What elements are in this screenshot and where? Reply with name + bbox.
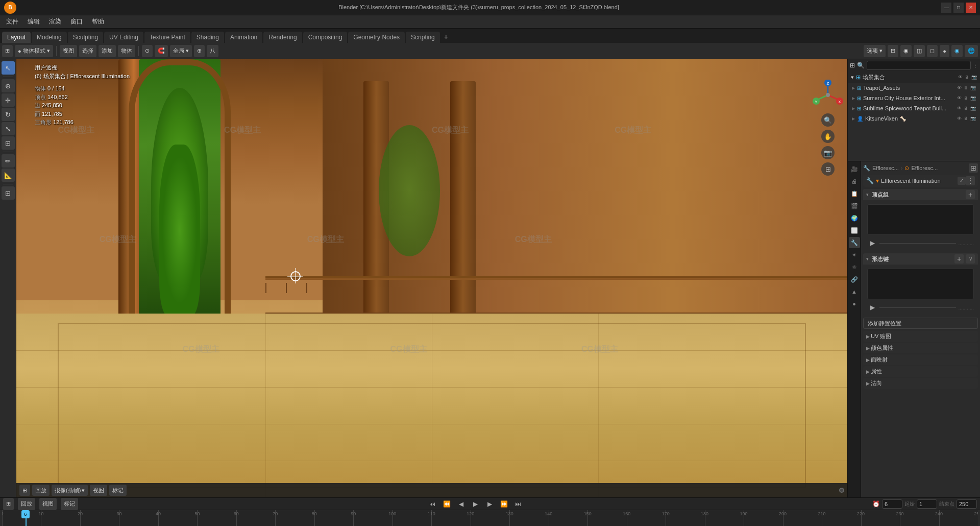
solid-mode-button[interactable]: ● [940,45,949,57]
prop-output-button[interactable]: 🖨 [849,176,860,187]
wireframe-mode-button[interactable]: ◻ [927,45,938,57]
item0-monitor[interactable]: 🖥 [964,85,968,90]
object-menu-button[interactable]: 物体 [118,45,135,57]
vertex-group-header[interactable]: ▾ 顶点组 + [863,189,978,200]
prop-particles-button[interactable]: ✴ [849,249,860,260]
view-menu-button[interactable]: 视图 [60,45,77,57]
camera-gizmo-button[interactable]: 📷 [821,146,835,159]
tab-geometry-nodes[interactable]: Geometry Nodes [348,32,405,43]
maximize-button[interactable]: □ [953,3,964,13]
item2-eye[interactable]: 👁 [957,106,962,111]
prop-data-button[interactable]: ▲ [849,286,860,297]
item0-eye[interactable]: 👁 [957,85,962,90]
menu-window[interactable]: 窗口 [66,16,87,27]
minimize-button[interactable]: — [941,3,951,13]
add-menu-button[interactable]: 添加 [99,45,116,57]
normals-section-header[interactable]: ▶ 法向 [863,378,978,389]
prop-view-layer-button[interactable]: 📋 [849,188,860,199]
object-mode-button[interactable]: ● 物体模式 ▾ [15,45,53,57]
timeline-markers-button[interactable]: 标记 [61,498,78,510]
prop-material-button[interactable]: ● [849,298,860,309]
face-maps-section-header[interactable]: ▶ 面映射 [863,354,978,365]
cursor-tool-button[interactable]: ⊕ [2,79,15,92]
prop-settings-button[interactable]: ⊞ [969,163,978,173]
tab-rendering[interactable]: Rendering [263,32,302,43]
attributes-section-header[interactable]: ▶ 属性 [863,366,978,377]
prev-keyframe-button[interactable]: ◀ [456,499,466,509]
timeline-ruler[interactable]: 0102030405060708090100110120130140150160… [0,510,980,526]
vp-footer-capture[interactable]: 报像(插帧) ▾ [52,485,88,496]
add-cube-button[interactable]: ⊞ [2,186,15,200]
collection-eye-icon[interactable]: 👁 [958,75,963,80]
scene-options-button[interactable]: 选项 ▾ [864,45,886,57]
tab-uv-editing[interactable]: UV Editing [104,32,143,43]
xray-button[interactable]: ◫ [914,45,925,57]
modifier-name-input[interactable] [881,178,955,184]
end-frame-input[interactable]: 250 [957,499,977,509]
prop-render-button[interactable]: 🎥 [849,163,860,175]
uv-maps-section-header[interactable]: ▶ UV 贴图 [863,331,978,342]
snap-button[interactable]: 🧲 [155,45,168,57]
zoom-gizmo-button[interactable]: 🔍 [821,113,835,127]
tab-modeling[interactable]: Modeling [32,32,67,43]
material-mode-button[interactable]: ◉ [951,45,963,57]
prop-physics-button[interactable]: ⚛ [849,261,860,273]
outliner-item-0[interactable]: ▶ ⊞ Teapot_Assets 👁 🖥 📷 [848,83,980,93]
select-menu-button[interactable]: 选择 [79,45,96,57]
shape-keys-header[interactable]: ▾ 形态键 + ∨ [863,253,978,265]
vp-footer-mark[interactable]: 标记 [109,485,127,496]
next-frame-button[interactable]: ⏩ [499,499,509,509]
global-transform-button[interactable]: 全局 ▾ [170,45,192,57]
add-rest-position-button[interactable]: 添加静置位置 [863,318,978,329]
rotate-tool-button[interactable]: ↻ [2,108,15,121]
move-tool-button[interactable]: ✛ [2,93,15,107]
item2-monitor[interactable]: 🖥 [964,106,968,111]
close-button[interactable]: ✕ [966,3,976,13]
outliner-item-2[interactable]: ▶ ⊞ Sublime Spicewood Teapot Buil... 👁 🖥… [848,103,980,113]
tab-animation[interactable]: Animation [225,32,262,43]
item3-monitor[interactable]: 🖥 [964,116,968,121]
prev-frame-button[interactable]: ⏪ [442,499,452,509]
grid-gizmo-button[interactable]: ⊞ [821,162,835,176]
play-button[interactable]: ▶ [470,499,480,509]
item1-monitor[interactable]: 🖥 [964,95,968,101]
tab-texture-paint[interactable]: Texture Paint [144,32,190,43]
item3-render[interactable]: 📷 [970,116,976,121]
modifier-settings-button[interactable]: ⋮ [966,176,975,185]
proportional-edit-button[interactable]: ⊙ [142,45,153,57]
prop-modifier-button[interactable]: 🔧 [849,237,860,248]
menu-help[interactable]: 帮助 [88,16,108,27]
menu-file[interactable]: 文件 [2,16,22,27]
jump-end-button[interactable]: ⏭ [513,499,523,509]
color-attr-section-header[interactable]: ▶ 颜色属性 [863,343,978,353]
select-tool-button[interactable]: ↖ [2,61,15,75]
current-frame-input[interactable]: 6 [882,499,902,509]
transform-tool-button[interactable]: ⊞ [2,136,15,150]
viewport-overlays-button[interactable]: ◉ [900,45,912,57]
annotate-tool-button[interactable]: ✏ [2,154,15,168]
add-workspace-button[interactable]: + [441,31,451,43]
prop-constraints-button[interactable]: 🔗 [849,274,860,285]
render-mode-button[interactable]: 🌐 [965,45,978,57]
editor-type-button[interactable]: ⊞ [2,45,13,57]
tab-shading[interactable]: Shading [191,32,224,43]
collection-render-icon[interactable]: 📷 [971,75,977,80]
item1-render[interactable]: 📷 [970,95,976,101]
jump-start-button[interactable]: ⏮ [427,499,437,509]
collection-monitor-icon[interactable]: 🖥 [965,75,969,80]
item0-render[interactable]: 📷 [970,85,976,90]
modifier-enable-button[interactable]: ✓ [958,177,966,185]
vp-footer-playback[interactable]: 回放 [32,485,50,496]
next-keyframe-button[interactable]: ▶ [484,499,495,509]
tab-compositing[interactable]: Compositing [303,32,348,43]
item1-eye[interactable]: 👁 [957,95,962,101]
vp-footer-editor-type[interactable]: ⊞ [19,485,30,496]
vertex-group-add-button[interactable]: + [966,190,975,199]
tab-layout[interactable]: Layout [2,32,31,43]
tab-scripting[interactable]: Scripting [406,32,440,43]
prop-scene-button[interactable]: 🎬 [849,200,860,211]
timeline-view-button[interactable]: 视图 [39,498,57,510]
shape-keys-remove-button[interactable]: ∨ [966,254,975,264]
numpad-button[interactable]: 八 [207,45,218,57]
viewport-gizmos-button[interactable]: ⊞ [888,45,898,57]
